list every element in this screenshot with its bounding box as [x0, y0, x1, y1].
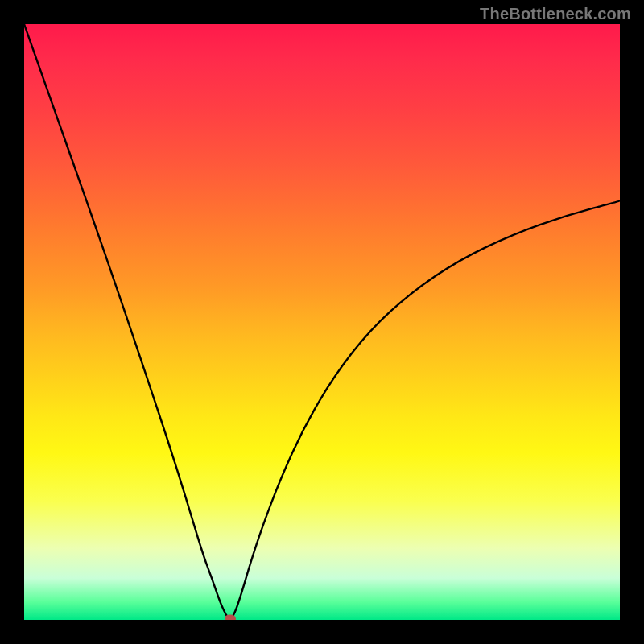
watermark-text: TheBottleneck.com — [480, 5, 631, 23]
minimum-marker — [225, 615, 236, 621]
bottleneck-curve — [24, 24, 620, 620]
plot-area — [24, 24, 620, 620]
chart-container: TheBottleneck.com — [0, 0, 644, 644]
